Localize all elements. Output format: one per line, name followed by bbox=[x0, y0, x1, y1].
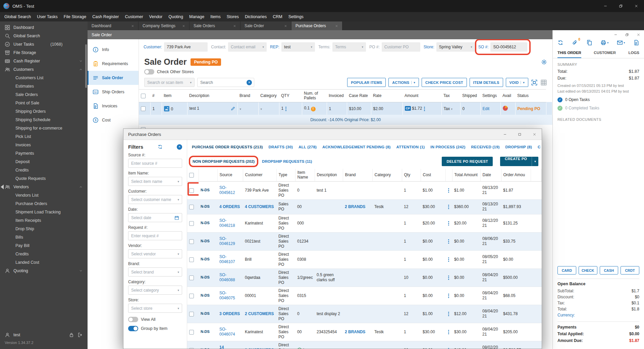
po-tab[interactable]: ALL (278) bbox=[299, 145, 317, 149]
sidebar-item[interactable]: Vendors bbox=[0, 183, 88, 191]
sidebar-item[interactable]: Invoices bbox=[0, 141, 88, 149]
tab-close-icon[interactable] bbox=[335, 24, 338, 28]
source-link[interactable]: 3 ORDERS bbox=[219, 311, 240, 316]
window-close-button[interactable] bbox=[629, 0, 644, 12]
modal-titlebar[interactable]: Purchase Orders bbox=[123, 129, 542, 140]
toolbar-button[interactable]: VOID ▾ bbox=[506, 78, 528, 87]
scan-icon[interactable] bbox=[531, 79, 538, 86]
category-dropdown[interactable]: ▾ bbox=[261, 107, 262, 111]
sidebar-item[interactable]: Item Receipts bbox=[0, 216, 88, 225]
filter-input[interactable]: Select customer name ▾ bbox=[128, 195, 182, 204]
sidebar-item[interactable]: Landed Cost bbox=[0, 258, 88, 266]
row-checkbox[interactable] bbox=[189, 257, 194, 262]
gear-icon[interactable] bbox=[541, 59, 547, 65]
po-tab[interactable]: DRAFTS (30) bbox=[269, 145, 293, 149]
po-request-row[interactable]: N-DS SO-0045612 739 Park Ave Direct Sale… bbox=[187, 181, 542, 199]
sidebar-item[interactable]: Quote Requests bbox=[0, 174, 88, 183]
toolbar-button[interactable]: ACTIONS ▾ bbox=[388, 78, 419, 87]
menu-item[interactable]: Manage bbox=[186, 12, 207, 21]
task-row[interactable]: ✓ 0 Open Tasks bbox=[557, 97, 639, 102]
lock-icon[interactable] bbox=[69, 332, 74, 338]
po-tab[interactable]: C bbox=[538, 145, 541, 149]
row-menu-icon[interactable] bbox=[447, 312, 450, 316]
menu-item[interactable]: User Tasks bbox=[34, 12, 61, 21]
menu-item[interactable]: Vendor bbox=[146, 12, 166, 21]
row-checkbox[interactable] bbox=[189, 205, 194, 209]
sidebar-collapse-arrow-icon[interactable] bbox=[1, 185, 4, 189]
toolbar-button[interactable]: ITEM DETAILS bbox=[470, 78, 503, 87]
sidebar-item[interactable]: Cash Register bbox=[0, 57, 88, 65]
refresh-order-icon[interactable] bbox=[557, 40, 564, 46]
sale-order-nav-item[interactable]: Sale Order bbox=[88, 71, 139, 85]
currency-link[interactable]: Currency: bbox=[557, 313, 639, 317]
grid-icon[interactable] bbox=[540, 79, 547, 86]
row-checkbox[interactable] bbox=[189, 276, 194, 280]
row-checkbox[interactable] bbox=[189, 294, 194, 298]
edit-settings-link[interactable]: Edit bbox=[483, 106, 490, 111]
po-request-row[interactable]: N-DS SO-0046129 0021test Direct Sales PO… bbox=[187, 232, 542, 250]
filter-input[interactable]: Select item name ▾ bbox=[128, 177, 182, 186]
window-restore-button[interactable] bbox=[613, 0, 629, 12]
chevron-down-icon[interactable]: ▾ bbox=[411, 81, 415, 84]
po-request-row[interactable]: N-DS SO-0046088 0qwrdaa Direct Sales PO … bbox=[187, 268, 542, 287]
sidebar-item[interactable]: Credits bbox=[0, 250, 88, 258]
row-menu-icon[interactable] bbox=[447, 188, 450, 193]
tab-close-icon[interactable] bbox=[284, 24, 287, 28]
amount-menu-icon[interactable] bbox=[423, 107, 426, 111]
inner-close-button[interactable] bbox=[633, 30, 644, 39]
inner-restore-button[interactable] bbox=[621, 30, 633, 39]
check-other-stores-toggle[interactable] bbox=[144, 69, 154, 74]
document-tab[interactable]: Dashboard bbox=[88, 21, 139, 30]
row-menu-icon[interactable] bbox=[447, 205, 450, 209]
panel-tab[interactable]: LOGS bbox=[628, 51, 639, 58]
sidebar-item[interactable]: Shipping Orders bbox=[0, 107, 88, 115]
row-checkbox[interactable] bbox=[189, 348, 194, 349]
source-link[interactable]: 14 ORDERS bbox=[219, 345, 236, 349]
order-header-input[interactable]: Contact email ▾ bbox=[228, 42, 267, 52]
logout-icon[interactable] bbox=[77, 332, 83, 338]
po-tab[interactable]: RECEIVED (19) bbox=[471, 145, 500, 149]
row-checkbox[interactable] bbox=[189, 239, 194, 244]
window-minimize-button[interactable] bbox=[598, 0, 613, 12]
po-request-row[interactable]: N-DS SO-0046074 Karinatest Direct Sales … bbox=[187, 323, 542, 341]
payment-button[interactable]: CHECK bbox=[579, 266, 597, 275]
source-link[interactable]: SO-0045612 bbox=[219, 185, 235, 195]
order-item-row[interactable]: 1 0 test 1 ▾ ▾ 1 0. bbox=[139, 102, 552, 115]
sale-order-nav-item[interactable]: $ Cost bbox=[88, 113, 139, 127]
filter-input[interactable]: Select category ▾ bbox=[128, 286, 182, 295]
order-header-input[interactable]: 739 Park Ave bbox=[164, 42, 208, 52]
brand-dropdown[interactable]: ▾ bbox=[240, 107, 241, 111]
qty-menu-icon[interactable] bbox=[285, 107, 287, 111]
sale-order-nav-item[interactable]: Invoices bbox=[88, 99, 139, 113]
po-request-row[interactable]: N-DS 3 ORDERS 2 CUSTOMERS Direct Sales P… bbox=[187, 305, 542, 323]
sidebar-item[interactable]: Deposit bbox=[0, 157, 88, 166]
payment-button[interactable]: CARD bbox=[557, 266, 576, 275]
email-button[interactable]: ▾ bbox=[617, 40, 625, 46]
row-menu-icon[interactable] bbox=[447, 257, 450, 262]
sidebar-item[interactable]: Vendors List bbox=[0, 191, 88, 199]
po-request-row[interactable]: N-DS 4 ORDERS 4 CUSTOMERS Sales PO 00 2 … bbox=[187, 199, 542, 214]
sidebar-item[interactable]: Sale Orders bbox=[0, 90, 88, 99]
filter-toggle[interactable] bbox=[128, 317, 138, 322]
select-all-checkbox[interactable] bbox=[189, 173, 194, 178]
row-checkbox[interactable] bbox=[141, 106, 146, 111]
sidebar-item[interactable]: Estimates bbox=[0, 82, 88, 90]
order-header-input[interactable]: Terms ▾ bbox=[332, 42, 366, 52]
tax-dropdown[interactable]: ▾ bbox=[451, 107, 453, 111]
source-link[interactable]: SO-0046129 bbox=[219, 236, 235, 246]
row-checkbox[interactable] bbox=[189, 330, 194, 335]
menu-item[interactable]: CRM bbox=[270, 12, 285, 21]
payment-button[interactable]: CASH bbox=[600, 266, 619, 275]
modal-minimize-button[interactable] bbox=[497, 129, 512, 140]
filter-input[interactable]: Enter request # bbox=[128, 231, 182, 240]
po-request-row[interactable]: N-DS 14 ORDERS 9 CUSTOMERS Direct Sales … bbox=[187, 341, 542, 349]
panel-tab[interactable]: CUSTOMER bbox=[594, 51, 616, 58]
document-tab[interactable]: Sale Order bbox=[240, 21, 291, 30]
po-tab[interactable]: DROPSHIP (8) bbox=[505, 145, 532, 149]
po-tab[interactable]: PURCHASE ORDER REQUESTS (213) bbox=[192, 145, 263, 149]
sidebar-item[interactable]: Dashboard bbox=[0, 23, 88, 32]
menu-item[interactable]: Dictionaries bbox=[242, 12, 270, 21]
menu-item[interactable]: Global Search bbox=[1, 12, 34, 21]
sidebar-item[interactable]: Payments bbox=[0, 149, 88, 157]
source-link[interactable]: 4 ORDERS bbox=[219, 204, 240, 209]
